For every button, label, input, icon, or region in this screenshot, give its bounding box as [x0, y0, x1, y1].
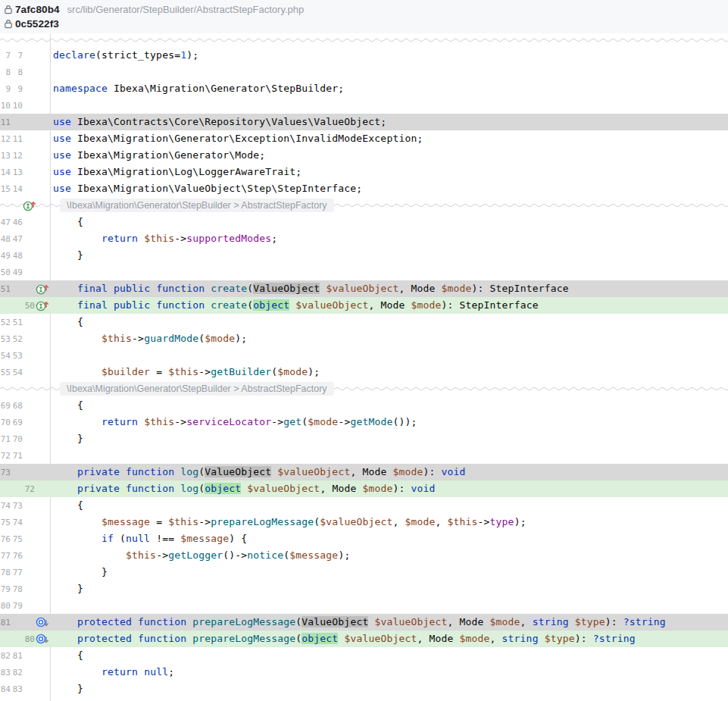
line-number-old: 47 — [0, 217, 11, 227]
diff-row: 5453 — [0, 347, 728, 364]
diff-row: 7877 } — [0, 564, 728, 581]
diff-row: 7776 $this->getLogger()->notice($message… — [0, 547, 728, 564]
line-number-old: 11 — [0, 117, 11, 127]
line-number-old: 55 — [0, 368, 11, 377]
line-number-old: 81 — [0, 618, 11, 627]
commit-hash-new: 0c5522f3 — [15, 18, 59, 30]
diff-row: 8281 { — [0, 647, 728, 664]
fold-separator[interactable]: \Ibexa\Migration\Generator\StepBuilder >… — [0, 197, 728, 214]
code-line: } — [50, 564, 108, 581]
code-line: final public function create(ValueObject… — [50, 280, 569, 297]
diff-row: 5049 — [0, 264, 728, 280]
line-number-old: 10 — [0, 101, 11, 111]
line-number-old: 72 — [0, 451, 11, 461]
commit-row-old: 7afc80b4 src/lib/Generator/StepBuilder/A… — [0, 2, 728, 17]
code-line: declare(strict_types=1); — [50, 47, 198, 64]
diff-row: 4847 return $this->supportedModes; — [0, 230, 728, 247]
diff-row: 1514use Ibexa\Migration\ValueObject\Step… — [0, 180, 728, 197]
code-line: protected function prepareLogMessage(obj… — [50, 631, 636, 647]
line-number-old: 14 — [0, 167, 11, 177]
code-line: $message = $this->prepareLogMessage($val… — [50, 514, 526, 530]
code-line: namespace Ibexa\Migration\Generator\Step… — [50, 80, 344, 97]
line-number-old: 49 — [0, 251, 11, 261]
overridden-method-icon[interactable] — [35, 616, 50, 628]
diff-row: 8483 } — [0, 681, 728, 697]
gutter-spacer — [35, 399, 50, 412]
gutter-spacer — [35, 166, 50, 178]
gutter-spacer — [35, 516, 50, 528]
line-number-new: 70 — [11, 434, 23, 444]
diff-row-removed: 51 final public function create(ValueObj… — [0, 280, 728, 297]
line-number-new: 79 — [11, 601, 23, 611]
file-path: src/lib/Generator/StepBuilder/AbstractSt… — [67, 4, 305, 15]
diff-row: 4746 { — [0, 214, 728, 230]
line-number-new: 73 — [11, 501, 23, 511]
code-line: use Ibexa\Migration\Generator\Mode; — [50, 147, 265, 164]
diff-row: 77declare(strict_types=1); — [0, 47, 728, 64]
overridden-method-icon[interactable] — [35, 633, 50, 645]
gutter-spacer — [35, 183, 50, 195]
code-line: { — [50, 497, 83, 514]
fold-separator[interactable] — [0, 33, 728, 47]
code-line: $builder = $this->getBuilder($mode); — [50, 364, 320, 380]
diff-row: 7271 — [0, 447, 728, 464]
line-number-old: 69 — [0, 401, 11, 411]
diff-row: 7675 if (null !== $message) { — [0, 530, 728, 547]
gutter-spacer — [35, 333, 50, 345]
diff-row: 1010 — [0, 97, 728, 114]
line-number-new: 52 — [11, 334, 23, 344]
fold-separator[interactable]: \Ibexa\Migration\Generator\StepBuilder >… — [0, 380, 728, 397]
code-line: } — [50, 430, 83, 447]
diff-row: 1413use Ibexa\Migration\Log\LoggerAwareT… — [0, 164, 728, 180]
code-line: final public function create(object $val… — [50, 297, 539, 314]
commit-hash-old: 7afc80b4 — [15, 4, 60, 15]
gutter-spacer — [35, 583, 50, 595]
line-number-new: 82 — [11, 668, 23, 678]
line-number-old: 7 — [0, 51, 11, 61]
code-line: } — [50, 681, 83, 697]
line-number-new: 69 — [11, 418, 23, 427]
line-number-old: 12 — [0, 134, 11, 144]
gutter-spacer — [35, 449, 50, 462]
diff-row: 8382 return null; — [0, 664, 728, 681]
implements-method-icon[interactable] — [23, 199, 36, 211]
diff-row-removed: 81 protected function prepareLogMessage(… — [0, 614, 728, 631]
line-number-new: 51 — [11, 318, 23, 327]
line-number-old: 70 — [0, 418, 11, 427]
line-number-new: 68 — [11, 401, 23, 411]
code-line: use Ibexa\Migration\ValueObject\Step\Ste… — [50, 180, 362, 197]
code-line: { — [50, 647, 83, 664]
lock-icon — [4, 19, 13, 29]
line-number-old: 83 — [0, 668, 11, 678]
code-line: } — [50, 581, 83, 597]
line-number-new: 47 — [11, 234, 23, 244]
line-number-new: 8 — [11, 67, 23, 77]
gutter-spacer — [35, 316, 50, 328]
diff-row-added: 50 final public function create(object $… — [0, 297, 728, 314]
line-number-new: 49 — [11, 268, 23, 277]
diff-row: 7170 } — [0, 430, 728, 447]
gutter-spacer — [35, 483, 50, 495]
line-number-new: 10 — [11, 101, 23, 111]
line-number-new: 74 — [11, 518, 23, 527]
diff-row: 1211use Ibexa\Migration\Generator\Except… — [0, 130, 728, 147]
line-number-new: 78 — [11, 584, 23, 594]
gutter-spacer — [35, 83, 50, 95]
gutter-spacer — [35, 499, 50, 512]
code-line: use Ibexa\Contracts\Core\Repository\Valu… — [50, 114, 386, 130]
code-line: use Ibexa\Migration\Generator\Exception\… — [50, 130, 423, 147]
line-number-old: 50 — [0, 268, 11, 277]
diff-row: 6968 { — [0, 397, 728, 414]
commit-row-new: 0c5522f3 — [0, 17, 728, 31]
line-number-old: 51 — [0, 284, 11, 294]
code-line: protected function prepareLogMessage(Val… — [50, 614, 666, 631]
implements-method-icon[interactable] — [35, 299, 50, 311]
diff-row: 7069 return $this->serviceLocator->get($… — [0, 414, 728, 430]
code-line: { — [50, 397, 83, 414]
line-number-new: 14 — [11, 184, 23, 194]
gutter-spacer — [35, 149, 50, 161]
line-number-old: 82 — [0, 651, 11, 661]
implements-method-icon[interactable] — [35, 283, 50, 295]
gutter-spacer — [35, 366, 50, 378]
line-number-old: 73 — [0, 468, 11, 477]
